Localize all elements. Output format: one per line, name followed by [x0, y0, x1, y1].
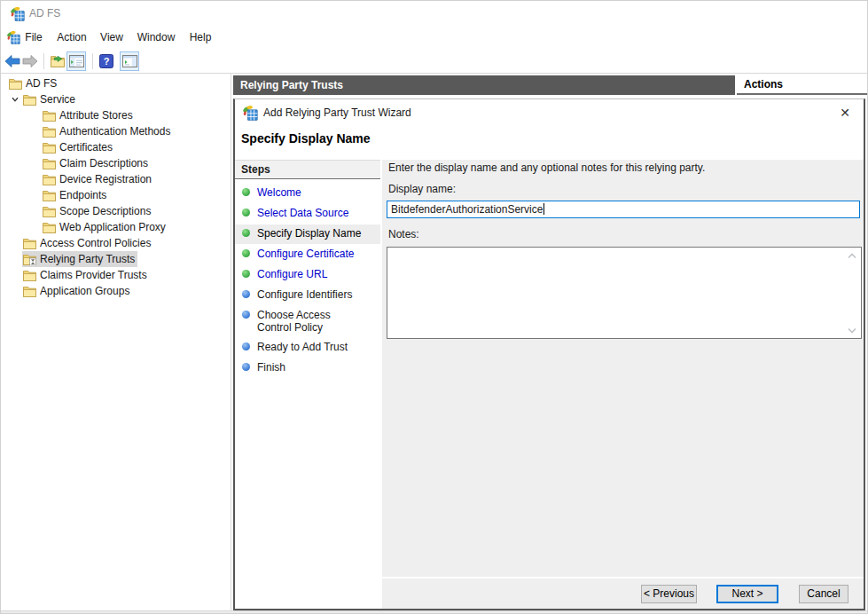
menu-bar: File Action View Window Help — [1, 26, 867, 49]
next-button[interactable]: Next > — [716, 585, 778, 603]
folder-busy-icon — [23, 254, 36, 265]
folder-icon — [43, 174, 56, 185]
text-caret — [543, 203, 544, 215]
window-title: AD FS — [29, 1, 60, 26]
notes-textarea[interactable] — [387, 247, 862, 339]
folder-icon — [43, 206, 56, 217]
folder-icon — [43, 222, 56, 233]
forward-arrow-icon — [22, 54, 38, 68]
back-arrow-icon — [4, 54, 20, 68]
menu-view[interactable]: View — [93, 26, 130, 49]
tree-item-attribute-stores[interactable]: Attribute Stores — [1, 107, 231, 123]
toolbar-separator — [43, 53, 44, 69]
folder-icon — [23, 286, 36, 297]
step-welcome[interactable]: Welcome — [235, 184, 380, 203]
tree-item-label: Certificates — [59, 141, 113, 154]
action-pane-icon — [122, 55, 137, 67]
scroll-up-icon[interactable] — [847, 251, 857, 260]
step-ready-to-add-trust: Ready to Add Trust — [235, 338, 380, 358]
step-choose-access-control-policy: Choose Access Control Policy — [235, 306, 380, 334]
adfs-app-icon — [10, 6, 25, 24]
folder-icon — [23, 270, 36, 281]
export-list-button[interactable] — [48, 51, 67, 71]
tree-item-device-registration[interactable]: Device Registration — [1, 171, 231, 187]
step-completed-bullet-icon — [242, 229, 250, 237]
menu-window[interactable]: Window — [130, 26, 182, 49]
tree-item-claims-provider-trusts[interactable]: Claims Provider Trusts — [1, 267, 231, 283]
step-completed-bullet-icon — [242, 270, 250, 278]
tree-item-web-application-proxy[interactable]: Web Application Proxy — [1, 219, 231, 235]
folder-icon — [43, 126, 56, 138]
close-icon[interactable]: ✕ — [837, 105, 853, 121]
notes-label: Notes: — [388, 228, 419, 240]
console-tree-icon — [69, 55, 84, 67]
folder-icon — [9, 78, 22, 90]
tree-item-label: Service — [40, 93, 75, 106]
svg-text:?: ? — [104, 56, 110, 67]
help-button[interactable]: ? — [97, 51, 116, 71]
tree-item-label: Access Control Policies — [40, 237, 151, 249]
show-console-tree-toggle[interactable] — [66, 51, 86, 71]
results-pane-header: Relying Party Trusts — [233, 75, 735, 95]
steps-header: Steps — [235, 160, 380, 179]
console-tree-panel: AD FS Service Attribute Stores Authentic… — [1, 74, 231, 610]
menu-file[interactable]: File — [17, 26, 51, 49]
folder-icon — [43, 110, 56, 122]
tree-item-application-groups[interactable]: Application Groups — [1, 283, 231, 299]
tree-item-label: Claim Descriptions — [59, 157, 148, 169]
title-bar: AD FS — [1, 1, 867, 26]
display-name-value: BitdefenderAuthorizationService — [391, 203, 543, 216]
wizard-button-row — [382, 579, 864, 609]
tree-item-access-control-policies[interactable]: Access Control Policies — [1, 235, 231, 251]
menu-help[interactable]: Help — [182, 26, 219, 49]
tree-item-label: Claims Provider Trusts — [40, 269, 147, 281]
tree-item-certificates[interactable]: Certificates — [1, 139, 231, 155]
menu-action[interactable]: Action — [51, 26, 93, 49]
scroll-down-icon[interactable] — [847, 326, 857, 335]
folder-export-icon — [51, 55, 65, 67]
back-button[interactable] — [3, 51, 22, 71]
folder-icon — [23, 94, 36, 106]
tree-item-claim-descriptions[interactable]: Claim Descriptions — [1, 155, 231, 171]
show-action-pane-toggle[interactable] — [120, 51, 139, 71]
forward-button[interactable] — [20, 51, 40, 71]
step-upcoming-bullet-icon — [242, 342, 250, 350]
tree-item-authentication-methods[interactable]: Authentication Methods — [1, 123, 231, 139]
tree-item-scope-descriptions[interactable]: Scope Descriptions — [1, 203, 231, 219]
folder-icon — [43, 142, 56, 154]
tree-item-service[interactable]: Service — [1, 91, 231, 107]
tree-item-label: Scope Descriptions — [59, 205, 151, 217]
step-select-data-source[interactable]: Select Data Source — [235, 204, 380, 224]
tree-item-label: Attribute Stores — [59, 109, 133, 122]
adfs-wizard-icon — [242, 105, 258, 123]
status-strip — [1, 610, 867, 614]
step-configure-certificate[interactable]: Configure Certificate — [235, 245, 380, 264]
tree-item-adfs-root[interactable]: AD FS — [1, 75, 231, 91]
folder-icon — [43, 158, 56, 169]
toolbar-separator — [92, 53, 93, 69]
display-name-input[interactable]: BitdefenderAuthorizationService — [387, 201, 860, 218]
intro-text: Enter the display name and any optional … — [388, 161, 705, 174]
wizard-title-bar: Add Relying Party Trust Wizard ✕ — [235, 99, 864, 126]
folder-icon — [43, 190, 56, 201]
step-upcoming-bullet-icon — [242, 311, 250, 319]
chevron-down-icon[interactable] — [8, 95, 22, 104]
toolbar: ? — [1, 49, 867, 74]
wizard-content-area — [382, 160, 864, 577]
step-configure-url[interactable]: Configure URL — [235, 265, 380, 285]
tree-item-endpoints[interactable]: Endpoints — [1, 187, 231, 203]
tree-item-label: AD FS — [26, 77, 57, 90]
tree-item-label: Web Application Proxy — [59, 221, 166, 233]
tree-item-relying-party-trusts[interactable]: Relying Party Trusts — [1, 251, 231, 267]
display-name-label: Display name: — [388, 183, 456, 195]
wizard-title: Add Relying Party Trust Wizard — [263, 99, 411, 126]
tree-item-label: Device Registration — [59, 173, 152, 185]
step-specify-display-name: Specify Display Name — [235, 224, 380, 244]
previous-button[interactable]: < Previous — [641, 585, 697, 603]
tree-item-label: Authentication Methods — [59, 125, 170, 138]
folder-icon — [23, 238, 36, 249]
adfs-mmc-window: AD FS File Action View Window Help ? — [0, 0, 868, 614]
step-upcoming-bullet-icon — [242, 290, 250, 298]
actions-pane-header: Actions — [737, 75, 868, 95]
cancel-button[interactable]: Cancel — [799, 585, 848, 603]
